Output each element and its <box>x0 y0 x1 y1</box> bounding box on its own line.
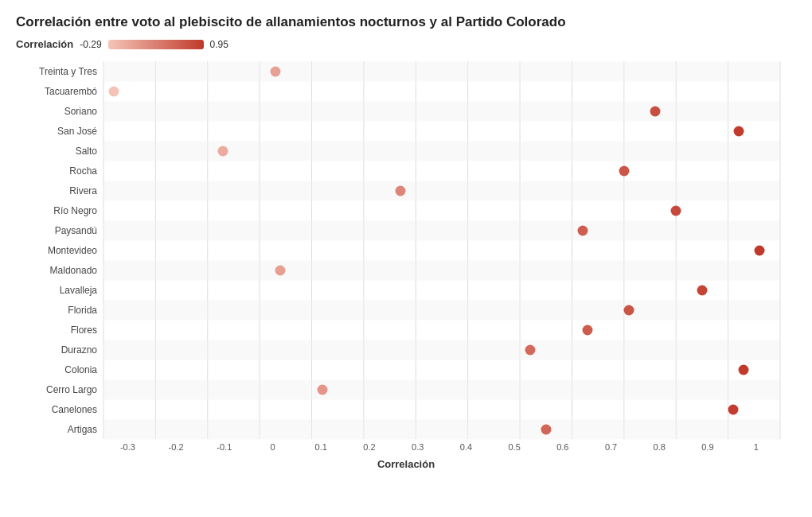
data-dot <box>671 205 681 216</box>
row-stripe <box>103 181 780 200</box>
row-label: Canelones <box>52 404 103 415</box>
row-label: Artigas <box>68 424 103 435</box>
row-label: Soriano <box>64 106 103 117</box>
x-axis-tick-label: 0.9 <box>684 442 732 452</box>
row-stripe <box>103 101 780 121</box>
data-dot <box>583 325 593 335</box>
x-axis-tick-label: 0.7 <box>587 442 635 452</box>
x-axis-tick-label: 0.5 <box>490 442 539 452</box>
row-stripe <box>103 419 780 439</box>
row-stripe <box>103 61 780 81</box>
row-label: Rivera <box>69 185 103 196</box>
row-stripe <box>103 161 780 181</box>
row-stripe <box>103 121 780 141</box>
x-axis-tick-label: -0.3 <box>103 442 152 452</box>
data-dot <box>739 364 749 375</box>
row-stripe <box>103 220 780 240</box>
row-label: Flores <box>71 325 103 336</box>
x-axis-title: Correlación <box>16 458 796 470</box>
row-label: Paysandú <box>55 225 103 236</box>
x-axis-tick-label: 0.6 <box>538 442 587 452</box>
data-dot <box>619 165 629 176</box>
row-stripe <box>103 399 780 419</box>
legend-label: Correlación <box>16 38 73 50</box>
x-axis-tick-label: 0.2 <box>345 442 394 452</box>
data-dot <box>728 404 739 414</box>
x-axis-tick-label: 0 <box>248 442 297 452</box>
data-dot <box>697 285 707 295</box>
x-axis-tick-label: -0.1 <box>200 442 248 452</box>
row-label: Maldonado <box>50 265 103 276</box>
row-label: Montevideo <box>48 245 103 256</box>
chart-container: Correlación entre voto al plebiscito de … <box>0 0 812 517</box>
x-axis-tick-label: 1 <box>732 442 780 452</box>
row-label: Durazno <box>61 344 103 356</box>
x-axis-tick-label: 0.8 <box>635 442 684 452</box>
data-dot <box>754 245 764 255</box>
chart-title: Correlación entre voto al plebiscito de … <box>16 14 796 30</box>
row-stripe <box>103 320 780 340</box>
x-axis-tick-label: 0.4 <box>442 442 490 452</box>
data-dot <box>624 305 634 315</box>
row-label: Rocha <box>69 165 103 177</box>
legend-max: 0.95 <box>210 39 228 50</box>
legend-min: -0.29 <box>80 39 101 50</box>
data-dot <box>218 146 228 156</box>
row-label: Cerro Largo <box>46 384 103 395</box>
legend-gradient <box>108 40 204 49</box>
row-stripe <box>103 141 780 161</box>
row-label: Tacuarembó <box>45 86 103 97</box>
row-stripe <box>103 81 780 101</box>
data-dot <box>577 225 588 235</box>
row-label: Salto <box>76 146 103 157</box>
plot-wrapper: Treinta y TresTacuarembóSorianoSan JoséS… <box>103 61 780 439</box>
data-dot <box>733 126 744 136</box>
x-axis-tick-label: -0.2 <box>152 442 201 452</box>
row-stripe <box>103 280 780 300</box>
data-dot <box>109 86 119 96</box>
row-label: San José <box>57 126 103 137</box>
data-dot <box>317 384 327 395</box>
row-label: Colonia <box>64 364 103 375</box>
row-label: Lavalleja <box>60 285 103 296</box>
data-dot <box>541 424 551 434</box>
row-label: Treinta y Tres <box>39 66 103 77</box>
x-axis-tick-label: 0.1 <box>297 442 345 452</box>
row-stripe <box>103 379 780 399</box>
data-dot <box>275 265 286 275</box>
row-label: Florida <box>68 305 103 316</box>
x-axis-labels: -0.3-0.2-0.100.10.20.30.40.50.60.70.80.9… <box>103 442 780 452</box>
x-axis-tick-label: 0.3 <box>393 442 442 452</box>
row-stripe <box>103 300 780 320</box>
row-label: Río Negro <box>53 205 103 216</box>
row-stripe <box>103 240 780 260</box>
row-stripe <box>103 360 780 379</box>
data-dot <box>395 185 405 196</box>
data-dot <box>270 66 280 76</box>
data-dot <box>650 106 661 116</box>
legend-row: Correlación -0.29 0.95 <box>16 38 796 50</box>
row-stripe <box>103 340 780 360</box>
row-stripe <box>103 260 780 280</box>
data-dot <box>525 344 536 355</box>
